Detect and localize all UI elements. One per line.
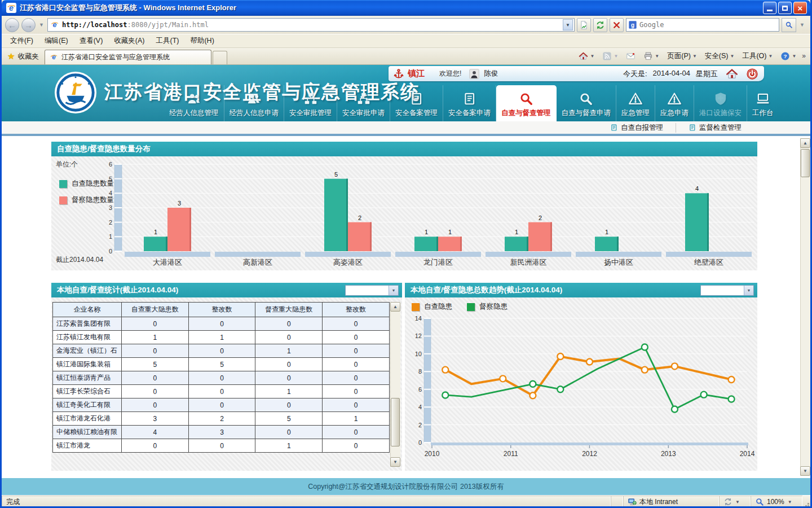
address-bar[interactable]: e http://localhost :8080/yjpt/Main.html … [47, 18, 575, 32]
history-dropdown-icon[interactable]: ▼ [38, 22, 45, 28]
browser-tab[interactable]: e 江苏省港口安全监管与应急管理系统 [45, 50, 211, 64]
back-button[interactable]: ← [5, 18, 19, 32]
help-button[interactable]: ?▼ [777, 50, 800, 62]
nav-item-shield[interactable]: 港口设施保安 [694, 85, 747, 121]
table-row[interactable]: 镇江恒泰沥青产品0000 [53, 371, 390, 385]
statistics-table: 企业名称自查重大隐患数整改数督查重大隐患数整改数江苏索普集团有限0000江苏镇江… [52, 302, 390, 453]
table-scrollbar[interactable]: ▲ ▼ [390, 302, 400, 467]
address-dropdown-button[interactable]: ▼ [563, 19, 573, 30]
value-cell: 0 [323, 371, 390, 385]
line-series [445, 347, 731, 409]
shield-icon [713, 91, 728, 106]
table-row[interactable]: 江苏索普集团有限0000 [53, 317, 390, 331]
minimize-button[interactable] [763, 2, 776, 14]
mail-button[interactable] [623, 50, 639, 62]
page-menu-button[interactable]: 页面(P)▼ [664, 50, 700, 62]
table-scroll-thumb[interactable] [391, 398, 400, 446]
new-tab-stub[interactable] [213, 51, 227, 64]
bar [505, 237, 528, 251]
menu-item[interactable]: 编辑(E) [39, 34, 73, 47]
zoom-control[interactable]: 100% ▼ [751, 496, 802, 508]
table-row[interactable]: 镇江市港龙石化港3251 [53, 412, 390, 426]
logout-power-icon[interactable] [746, 68, 758, 80]
nav-item-magnifier[interactable]: 自查与督查申请 [557, 85, 617, 121]
table-scroll-up-icon[interactable]: ▲ [390, 302, 400, 312]
home-shortcut-icon[interactable] [726, 68, 738, 80]
nav-item-orgchart[interactable]: 安全审批申请 [337, 85, 390, 121]
search-go-button[interactable] [782, 18, 796, 32]
table-row[interactable]: 镇江李长荣综合石0010 [53, 385, 390, 398]
table-row[interactable]: 镇江市港龙0010 [53, 439, 390, 453]
table-row[interactable]: 江苏镇江发电有限1100 [53, 331, 390, 344]
nav-item-users[interactable]: 经营人信息申请 [224, 85, 285, 121]
nav-item-magnifier[interactable]: 自查与督查管理 [496, 85, 557, 121]
menu-item[interactable]: 收藏夹(A) [109, 34, 149, 47]
tools-menu-button[interactable]: 工具(O)▼ [739, 50, 776, 62]
y-axis-label: 3 [109, 204, 112, 211]
y-axis-label: 8 [418, 368, 422, 375]
search-input[interactable] [639, 21, 778, 29]
page-scrollbar[interactable]: ▲ ▼ [800, 138, 810, 476]
page-scroll-down-icon[interactable]: ▼ [800, 466, 810, 476]
nav-item-document[interactable]: 安全备案管理 [390, 85, 443, 121]
bar-shadow [346, 179, 348, 251]
stop-button[interactable] [610, 18, 624, 32]
home-button[interactable]: ▼ [575, 50, 598, 62]
menu-item[interactable]: 文件(F) [5, 34, 38, 47]
baseline-segment [576, 252, 661, 257]
table-scroll-down-icon[interactable]: ▼ [390, 457, 400, 467]
page-scroll-up-icon[interactable]: ▲ [800, 138, 810, 148]
compatibility-view-button[interactable] [577, 18, 591, 32]
subnav-item[interactable]: 监督检查管理 [676, 123, 754, 133]
page-scroll-thumb[interactable] [801, 149, 810, 177]
restore-button[interactable] [778, 2, 792, 14]
legend-item: 督察隐患数量 [59, 195, 114, 205]
bar-shadow [617, 237, 619, 251]
subnav-item[interactable]: 自查自报管理 [598, 123, 676, 133]
print-button[interactable]: ▼ [640, 50, 663, 62]
x-axis-label: 2014 [740, 450, 755, 458]
company-name-cell: 镇江恒泰沥青产品 [53, 371, 122, 385]
stop-icon [612, 20, 621, 30]
menu-item[interactable]: 查看(V) [74, 34, 108, 47]
search-box[interactable]: g [626, 18, 779, 32]
search-options-icon[interactable]: ▼ [798, 22, 806, 28]
bar-chart-panel: 自查隐患/督查隐患数量分布 单位:个 自查隐患数量督察隐患数量 截止2014.0… [51, 142, 757, 270]
security-menu-button[interactable]: 安全(S)▼ [701, 50, 738, 62]
legend-item: 自查隐患 [412, 302, 452, 312]
trend-filter-select[interactable]: ▼ [700, 285, 754, 296]
more-commands-icon[interactable]: » [801, 52, 808, 61]
nav-item-document[interactable]: 安全备案申请 [443, 85, 496, 121]
y-axis-tick [114, 164, 122, 165]
table-row[interactable]: 中储粮镇江粮油有限4300 [53, 426, 390, 439]
refresh-button[interactable] [593, 18, 607, 32]
company-name-cell: 镇江市港龙 [53, 439, 122, 453]
table-row[interactable]: 镇江港国际集装箱5500 [53, 358, 390, 371]
nav-item-label: 经营人信息管理 [169, 108, 219, 118]
menu-item[interactable]: 工具(T) [151, 34, 184, 47]
value-cell: 2 [188, 412, 255, 426]
forward-button[interactable]: → [21, 18, 36, 32]
nav-item-warning[interactable]: 应急申请 [655, 85, 694, 121]
value-cell: 0 [188, 317, 255, 331]
legend-swatch [412, 303, 420, 311]
protected-mode-button[interactable]: ▼ [719, 496, 751, 508]
favorites-button[interactable]: ★ 收藏夹 [4, 51, 45, 64]
value-cell: 1 [255, 439, 323, 453]
rss-button[interactable]: ▼ [599, 50, 621, 62]
menu-item[interactable]: 帮助(H) [185, 34, 219, 47]
table-row[interactable]: 金海宏业（镇江）石0010 [53, 344, 390, 358]
close-button[interactable]: × [793, 2, 807, 14]
resize-grip[interactable] [802, 496, 810, 508]
table-row[interactable]: 镇江奇美化工有限0000 [53, 398, 390, 412]
value-cell: 4 [121, 426, 188, 439]
nav-item-laptop[interactable]: 工作台 [747, 85, 779, 121]
nav-item-orgchart[interactable]: 安全审批管理 [284, 85, 337, 121]
statistics-filter-select[interactable]: ▼ [345, 285, 399, 296]
y-axis-label: 12 [415, 332, 422, 339]
nav-item-warning[interactable]: 应急管理 [616, 85, 655, 121]
user-name: 陈俊 [484, 69, 498, 78]
value-cell: 5 [255, 412, 323, 426]
nav-item-users[interactable]: 经营人信息管理 [164, 85, 224, 121]
table-panel-title: 本地自查/督查统计(截止2014.04.04) ▼ [51, 283, 402, 297]
